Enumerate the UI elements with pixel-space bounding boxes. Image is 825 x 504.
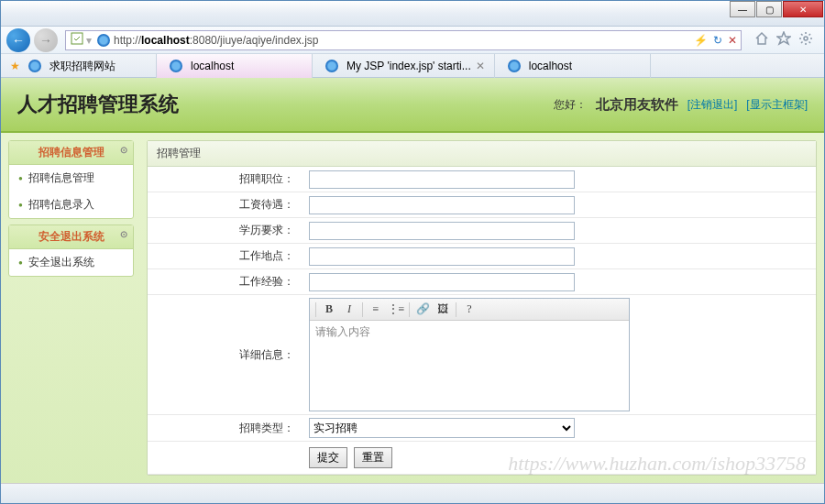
sidebar-item-exit[interactable]: 安全退出系统: [9, 249, 133, 276]
ie-icon: [28, 60, 41, 72]
dropdown-icon[interactable]: ▾: [86, 34, 92, 47]
tab-2[interactable]: My JSP 'index.jsp' starti...✕: [313, 54, 495, 78]
tab-close-icon[interactable]: ✕: [476, 60, 485, 72]
editor-content[interactable]: 请输入内容: [310, 321, 629, 411]
link-icon[interactable]: 🔗: [413, 301, 432, 318]
input-position[interactable]: [309, 170, 575, 189]
input-location[interactable]: [309, 247, 575, 266]
compat-icon[interactable]: ⚡: [694, 34, 708, 47]
reset-button[interactable]: 重置: [354, 447, 392, 468]
security-icon: [70, 31, 84, 49]
settings-icon[interactable]: [798, 31, 813, 49]
sidebar-box-exit: 安全退出系统 安全退出系统: [8, 225, 134, 277]
minimize-button[interactable]: —: [730, 1, 755, 17]
window-titlebar: — ▢ ✕: [1, 1, 824, 27]
main-area: 招聘管理 招聘职位： 工资待遇： 学历要求： 工作地点： 工作经验： 详细信息：…: [134, 133, 824, 483]
close-button[interactable]: ✕: [783, 1, 823, 17]
sidebar-box-title: 招聘信息管理: [9, 141, 133, 165]
ordered-list-icon[interactable]: ≡: [367, 301, 385, 318]
sidebar-item-label: 安全退出系统: [28, 255, 94, 270]
tab-1[interactable]: localhost: [157, 54, 313, 78]
panel-title: 招聘管理: [148, 141, 816, 167]
sidebar-box-recruit: 招聘信息管理 招聘信息管理 招聘信息录入: [8, 140, 134, 219]
ie-icon: [325, 60, 338, 72]
sidebar-item-label: 招聘信息管理: [28, 170, 94, 186]
tab-0[interactable]: ★求职招聘网站: [1, 54, 157, 78]
label-type: 招聘类型：: [148, 421, 303, 436]
unordered-list-icon[interactable]: ⋮≡: [387, 301, 405, 318]
form-panel: 招聘管理 招聘职位： 工资待遇： 学历要求： 工作地点： 工作经验： 详细信息：…: [147, 140, 817, 476]
submit-button[interactable]: 提交: [309, 447, 347, 468]
page-content: 人才招聘管理系统 您好： 北京用友软件 [注销退出] [显示主框架] 招聘信息管…: [1, 78, 824, 483]
ie-icon: [97, 34, 110, 47]
page-header: 人才招聘管理系统 您好： 北京用友软件 [注销退出] [显示主框架]: [1, 78, 824, 133]
label-education: 学历要求：: [148, 223, 303, 238]
stop-icon[interactable]: ✕: [728, 34, 737, 47]
sidebar-box-title: 安全退出系统: [9, 225, 133, 249]
maximize-button[interactable]: ▢: [756, 1, 782, 17]
refresh-icon[interactable]: ↻: [713, 34, 722, 47]
browser-navbar: ← → ▾ http://localhost:8080/jiuye/aqiye/…: [1, 27, 824, 54]
input-education[interactable]: [309, 222, 575, 240]
home-icon[interactable]: [754, 31, 769, 49]
image-icon[interactable]: 🖼: [434, 301, 452, 318]
page-title: 人才招聘管理系统: [17, 91, 179, 118]
tab-label: localhost: [529, 60, 572, 72]
sidebar-item-manage[interactable]: 招聘信息管理: [9, 165, 133, 192]
toolbar-icons: [749, 31, 819, 49]
help-icon[interactable]: ?: [460, 301, 478, 318]
svg-rect-0: [72, 33, 82, 44]
tab-label: 求职招聘网站: [50, 59, 116, 74]
greeting: 您好：: [554, 97, 587, 113]
label-location: 工作地点：: [148, 248, 303, 264]
ie-icon: [508, 60, 521, 72]
select-type[interactable]: 实习招聘: [309, 418, 575, 438]
bold-icon[interactable]: B: [320, 301, 338, 318]
tab-label: My JSP 'index.jsp' starti...: [346, 60, 471, 72]
ie-icon: [170, 60, 182, 72]
svg-point-1: [804, 37, 808, 40]
input-salary[interactable]: [309, 196, 575, 214]
tab-3[interactable]: localhost: [495, 54, 651, 78]
logout-link[interactable]: [注销退出]: [688, 97, 738, 113]
sidebar: 招聘信息管理 招聘信息管理 招聘信息录入 安全退出系统 安全退出系统: [1, 133, 134, 483]
label-experience: 工作经验：: [148, 274, 303, 290]
forward-button[interactable]: →: [34, 28, 58, 52]
favorites-icon[interactable]: [776, 31, 791, 49]
sidebar-item-entry[interactable]: 招聘信息录入: [9, 192, 133, 218]
editor-toolbar: B I ≡ ⋮≡ 🔗 🖼 ?: [310, 299, 629, 321]
show-frame-link[interactable]: [显示主框架]: [746, 97, 808, 113]
label-detail: 详细信息：: [148, 347, 303, 363]
browser-window: — ▢ ✕ ← → ▾ http://localhost:8080/jiuye/…: [0, 0, 825, 504]
tab-label: localhost: [191, 60, 234, 72]
label-position: 招聘职位：: [148, 171, 303, 187]
address-bar[interactable]: ▾ http://localhost:8080/jiuye/aqiye/inde…: [65, 30, 742, 50]
url-text: http://localhost:8080/jiuye/aqiye/index.…: [114, 34, 694, 47]
italic-icon[interactable]: I: [340, 301, 358, 318]
statusbar: [1, 483, 824, 503]
username: 北京用友软件: [596, 96, 678, 114]
page-body: 招聘信息管理 招聘信息管理 招聘信息录入 安全退出系统 安全退出系统 招聘管理 …: [1, 133, 824, 483]
browser-tabs: ★求职招聘网站 localhost My JSP 'index.jsp' sta…: [1, 54, 824, 78]
recruit-form: 招聘职位： 工资待遇： 学历要求： 工作地点： 工作经验： 详细信息： B I: [148, 167, 816, 475]
input-experience[interactable]: [309, 273, 575, 291]
label-salary: 工资待遇：: [148, 197, 303, 213]
star-icon: ★: [10, 60, 20, 72]
back-button[interactable]: ←: [6, 28, 30, 52]
sidebar-item-label: 招聘信息录入: [28, 197, 94, 213]
header-user-area: 您好： 北京用友软件 [注销退出] [显示主框架]: [554, 96, 808, 114]
rich-text-editor: B I ≡ ⋮≡ 🔗 🖼 ?: [309, 298, 630, 411]
